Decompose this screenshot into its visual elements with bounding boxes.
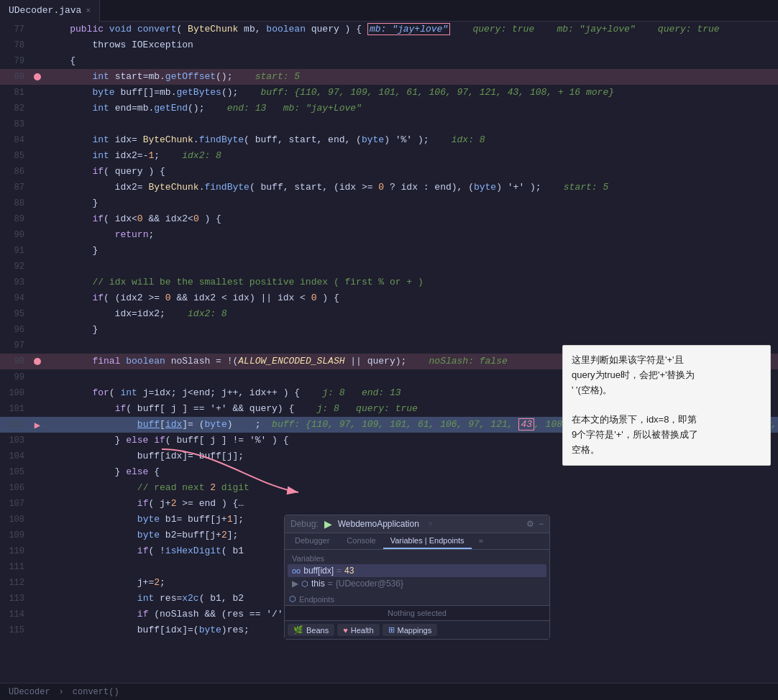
line-number: 78 bbox=[0, 40, 30, 50]
code-line-94: 94 if( (idx2 >= 0 && idx2 < idx) || idx … bbox=[0, 290, 778, 306]
code-content: // read next 2 digit bbox=[45, 480, 778, 496]
code-line-106: 106 // read next 2 digit bbox=[0, 480, 778, 496]
code-line-89: 89 if( idx<0 && idx2<0 ) { bbox=[0, 211, 778, 227]
debug-controls: ⚙ − bbox=[526, 519, 544, 529]
line-number: 94 bbox=[0, 293, 30, 303]
debug-minimize-icon[interactable]: − bbox=[539, 519, 544, 529]
code-content: } bbox=[45, 243, 778, 259]
more-tab[interactable]: » bbox=[472, 533, 490, 549]
line-number: 98 bbox=[0, 356, 30, 367]
this-equals: = bbox=[328, 579, 333, 589]
this-value: {UDecoder@536} bbox=[336, 579, 403, 589]
code-line-80: 80 int start=mb.getOffset(); start: 5 bbox=[0, 69, 778, 85]
debugger-tab[interactable]: Debugger bbox=[288, 533, 337, 549]
line-number: 104 bbox=[0, 451, 30, 461]
line-number: 112 bbox=[0, 578, 30, 588]
code-line-83: 83 bbox=[0, 116, 778, 132]
var-equals: = bbox=[337, 566, 342, 576]
variables-tab[interactable]: Variables | Endpoints bbox=[383, 533, 472, 549]
line-number: 87 bbox=[0, 183, 30, 193]
line-number: 89 bbox=[0, 214, 30, 224]
code-line-78: 78 throws IOException bbox=[0, 37, 778, 53]
debug-header: Debug: ▶ WebdemoApplication × ⚙ − bbox=[285, 515, 549, 533]
code-content: int idx2=-1; idx2: 8 bbox=[45, 148, 778, 164]
code-line-91: 91 } bbox=[0, 243, 778, 259]
breakpoint-dot[interactable] bbox=[34, 73, 41, 80]
console-tab[interactable]: Console bbox=[339, 533, 383, 549]
status-bar: UDecoder › convert() bbox=[0, 683, 778, 700]
line-number: 111 bbox=[0, 562, 30, 572]
line-number: 110 bbox=[0, 546, 30, 556]
mappings-tab-btn[interactable]: ⊞ Mappings bbox=[383, 624, 438, 636]
code-line-82: 82 int end=mb.getEnd(); end: 13 mb: "jay… bbox=[0, 101, 778, 116]
beans-icon: 🌿 bbox=[293, 625, 303, 635]
buff-idx-row[interactable]: oo buff[idx] = 43 bbox=[288, 564, 546, 577]
code-content: int start=mb.getOffset(); start: 5 bbox=[45, 69, 778, 85]
line-number: 101 bbox=[0, 404, 30, 414]
line-number: 97 bbox=[0, 341, 30, 351]
code-line-85: 85 int idx2=-1; idx2: 8 bbox=[0, 148, 778, 164]
line-number: 95 bbox=[0, 309, 30, 319]
execution-arrow: ▶ bbox=[35, 419, 40, 431]
var-value: 43 bbox=[344, 566, 354, 576]
code-line-96: 96 } bbox=[0, 322, 778, 338]
breadcrumb-class: UDecoder bbox=[9, 687, 50, 697]
endpoints-icon: ⬡ bbox=[289, 594, 296, 604]
code-content: throws IOException bbox=[45, 37, 778, 53]
health-label: Health bbox=[351, 626, 374, 635]
line-number: 100 bbox=[0, 388, 30, 398]
endpoints-label: Endpoints bbox=[299, 595, 334, 604]
nothing-selected: Nothing selected bbox=[285, 605, 549, 620]
code-content: if( j+2 >= end ) {… bbox=[45, 496, 778, 512]
line-number: 114 bbox=[0, 609, 30, 620]
debug-gear-icon[interactable]: ⚙ bbox=[526, 519, 534, 529]
line-number: 115 bbox=[0, 625, 30, 635]
line-number: 96 bbox=[0, 325, 30, 335]
beans-tab-btn[interactable]: 🌿 Beans bbox=[288, 624, 334, 636]
health-tab-btn[interactable]: ♥ Health bbox=[337, 624, 379, 636]
code-line-86: 86 if( query ) { bbox=[0, 164, 778, 180]
this-row[interactable]: ▶ ⬡ this = {UDecoder@536} bbox=[288, 577, 546, 590]
code-line-87: 87 idx2= ByteChunk.findByte( buff, start… bbox=[0, 180, 778, 195]
gutter bbox=[30, 73, 45, 80]
code-line-90: 90 return; bbox=[0, 227, 778, 243]
code-content: if( (idx2 >= 0 && idx2 < idx) || idx < 0… bbox=[45, 290, 778, 306]
line-number: 108 bbox=[0, 515, 30, 525]
file-tab[interactable]: UDecoder.java × bbox=[0, 0, 100, 22]
code-content: public void convert( ByteChunk mb, boole… bbox=[45, 22, 778, 37]
code-line-92: 92 bbox=[0, 259, 778, 275]
line-number: 99 bbox=[0, 372, 30, 382]
breadcrumb-method: convert() bbox=[73, 687, 119, 697]
line-number: 107 bbox=[0, 499, 30, 509]
gutter bbox=[30, 358, 45, 365]
line-number: 106 bbox=[0, 483, 30, 493]
debug-panel: Debug: ▶ WebdemoApplication × ⚙ − Debugg… bbox=[284, 515, 550, 640]
tab-close-button[interactable]: × bbox=[86, 6, 91, 15]
code-content: int end=mb.getEnd(); end: 13 mb: "jay+Lo… bbox=[45, 101, 778, 116]
tree-icon: ⬡ bbox=[301, 579, 308, 589]
line-number: 86 bbox=[0, 167, 30, 177]
code-content: if( query ) { bbox=[45, 164, 778, 180]
mappings-label: Mappings bbox=[398, 626, 432, 635]
code-content: } bbox=[45, 195, 778, 211]
this-label: this bbox=[311, 579, 325, 589]
code-line-107: 107 if( j+2 >= end ) {… bbox=[0, 496, 778, 512]
tree-expand: ▶ bbox=[292, 579, 298, 589]
line-number: 77 bbox=[0, 24, 30, 34]
debug-app-icon: ▶ bbox=[324, 518, 332, 530]
debug-app: WebdemoApplication bbox=[338, 519, 419, 529]
code-content: if( idx<0 && idx2<0 ) { bbox=[45, 211, 778, 227]
code-content: { bbox=[45, 53, 778, 69]
debug-body: Variables oo buff[idx] = 43 ▶ ⬡ this = {… bbox=[285, 550, 549, 593]
code-line-77: 77 public void convert( ByteChunk mb, bo… bbox=[0, 22, 778, 37]
breakpoint-dot[interactable] bbox=[34, 358, 41, 365]
code-content: return; bbox=[45, 227, 778, 243]
endpoints-section: ⬡ Endpoints bbox=[285, 593, 549, 605]
line-number: 93 bbox=[0, 277, 30, 287]
code-line-81: 81 byte buff[]=mb.getBytes(); buff: {110… bbox=[0, 85, 778, 101]
line-number: 103 bbox=[0, 436, 30, 446]
annotation-text: 这里判断如果该字符是'+'且 query为true时，会把'+'替换为 ' '(… bbox=[572, 354, 698, 455]
code-line-84: 84 int idx= ByteChunk.findByte( buff, st… bbox=[0, 132, 778, 148]
var-icon: oo bbox=[292, 566, 301, 575]
line-number: 80 bbox=[0, 72, 30, 82]
